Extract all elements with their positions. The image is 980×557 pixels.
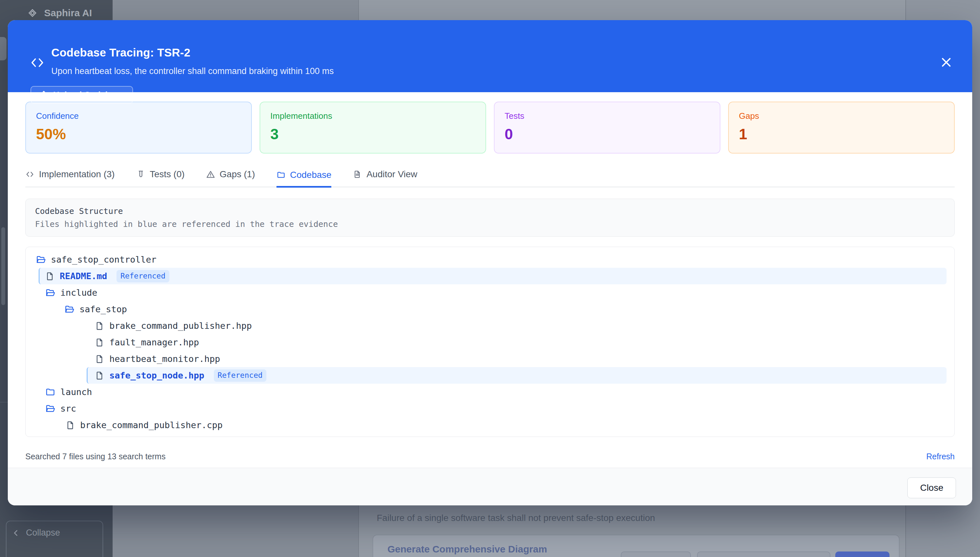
stat-card-gaps: Gaps 1: [728, 102, 955, 153]
modal-title: Codebase Tracing: TSR-2: [51, 46, 190, 59]
tree-row[interactable]: include: [31, 284, 949, 301]
stat-card-confidence: Confidence 50%: [25, 102, 252, 153]
collapse-label: Collapse: [26, 528, 60, 538]
modal-header: Codebase Tracing: TSR-2 Upon heartbeat l…: [8, 20, 972, 92]
sidebar-scrollbar-fragment: [1, 227, 5, 305]
modal-subtitle: Upon heartbeat loss, the controller shal…: [51, 66, 333, 76]
close-icon[interactable]: [937, 53, 956, 72]
refresh-link[interactable]: Refresh: [926, 452, 955, 461]
tree-row[interactable]: launch: [31, 384, 949, 400]
file-icon: [95, 371, 104, 380]
folder-open-icon: [64, 304, 75, 314]
file-icon: [95, 321, 104, 331]
search-summary-row: Searched 7 files using 13 search terms R…: [25, 452, 955, 461]
code-icon: [25, 170, 34, 179]
stat-label: Gaps: [739, 111, 944, 121]
brand: Saphira AI: [27, 7, 92, 19]
code-icon: [31, 56, 44, 70]
stat-value: 50%: [36, 125, 241, 143]
tree-row[interactable]: heartbeat_monitor.hpp: [31, 350, 949, 367]
stat-card-tests: Tests 0: [494, 102, 720, 153]
warning-icon: [206, 170, 215, 179]
diagram-type-select[interactable]: Flowchart ▾: [621, 552, 691, 557]
folder-open-icon: [45, 288, 55, 298]
tree-row[interactable]: brake_command_publisher.cpp: [31, 417, 949, 433]
background-requirement-text: Failure of a single software task shall …: [377, 513, 655, 523]
saphira-logo-icon: [27, 7, 38, 19]
stat-card-implementations: Implementations 3: [260, 102, 486, 153]
tree-row[interactable]: fault_manager.hpp: [31, 334, 949, 350]
close-button[interactable]: Close: [907, 477, 956, 498]
stat-label: Confidence: [36, 111, 241, 121]
stat-label: Tests: [505, 111, 710, 121]
file-icon: [65, 420, 75, 430]
tree-row-referenced[interactable]: safe_stop_node.hpp Referenced: [87, 367, 947, 384]
tree-row-referenced[interactable]: README.md Referenced: [39, 268, 947, 284]
codebase-tracing-modal: Codebase Tracing: TSR-2 Upon heartbeat l…: [8, 20, 972, 505]
tab-codebase[interactable]: Codebase: [276, 169, 332, 187]
folder-closed-icon: [45, 387, 55, 397]
stat-label: Implementations: [270, 111, 475, 121]
file-icon: [95, 354, 104, 364]
file-icon: [45, 271, 55, 281]
tab-tests[interactable]: Tests (0): [136, 169, 184, 187]
tab-bar: Implementation (3) Tests (0) Gaps (1) Co…: [25, 153, 955, 187]
upload-codebase-button[interactable]: Upload Codebase: [31, 86, 133, 104]
tab-auditor-view[interactable]: Auditor View: [353, 169, 417, 187]
generate-button[interactable]: ✦ Generate: [835, 552, 889, 557]
tree-row[interactable]: safe_stop: [31, 301, 949, 318]
stats-row: Confidence 50% Implementations 3 Tests 0…: [8, 92, 972, 153]
stat-value: 0: [505, 125, 710, 143]
tree-row[interactable]: src: [31, 400, 949, 417]
referenced-badge: Referenced: [117, 270, 169, 282]
sidebar-divider-fragment: [0, 402, 8, 402]
upload-icon: [39, 90, 49, 99]
modal-footer: Close: [8, 468, 972, 505]
document-icon: [353, 170, 362, 179]
folder-open-icon: [36, 254, 46, 265]
note-title: Codebase Structure: [35, 207, 945, 216]
tab-implementation[interactable]: Implementation (3): [25, 169, 115, 187]
file-tree: safe_stop_controller README.md Reference…: [25, 247, 955, 437]
diagram-role-input[interactable]: System Architect...: [697, 552, 830, 557]
referenced-badge: Referenced: [214, 370, 267, 382]
collapse-button[interactable]: Collapse: [6, 521, 103, 557]
sidebar-fragment: [0, 37, 7, 60]
stat-value: 1: [739, 125, 944, 143]
tab-gaps[interactable]: Gaps (1): [206, 169, 255, 187]
search-summary: Searched 7 files using 13 search terms: [25, 452, 166, 461]
stat-value: 3: [270, 125, 475, 143]
brand-name: Saphira AI: [44, 8, 92, 18]
generate-diagram-card: Generate Comprehensive Diagram Flowchart…: [372, 534, 900, 557]
upload-label: Upload Codebase: [53, 90, 125, 100]
tree-row[interactable]: brake_command_publisher.hpp: [31, 318, 949, 334]
folder-open-icon: [45, 404, 55, 414]
file-icon: [95, 337, 104, 347]
folder-icon: [276, 170, 286, 179]
chevron-left-icon: [11, 528, 21, 538]
generate-diagram-title: Generate Comprehensive Diagram: [387, 544, 547, 555]
note-subtitle: Files highlighted in blue are referenced…: [35, 220, 945, 229]
codebase-structure-note: Codebase Structure Files highlighted in …: [25, 199, 955, 237]
test-tube-icon: [136, 170, 145, 179]
tree-row[interactable]: safe_stop_controller: [31, 251, 949, 268]
